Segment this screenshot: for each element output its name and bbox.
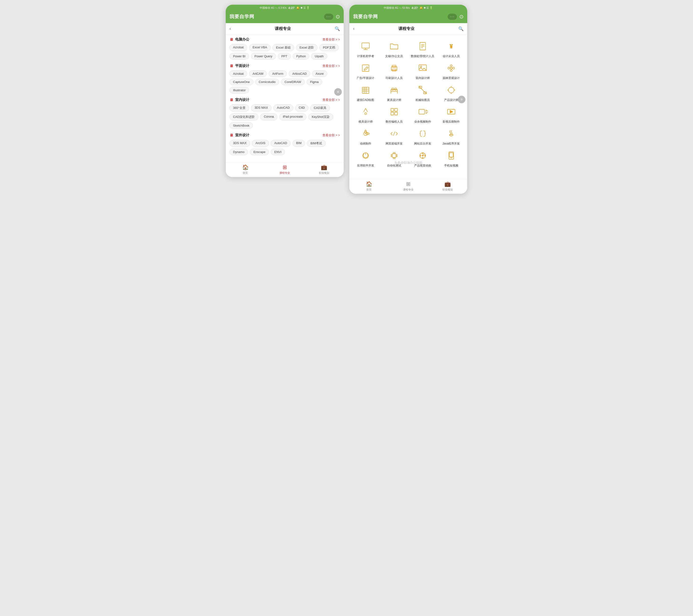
search-button-right[interactable]: 🔍 — [458, 26, 463, 32]
tag-Dynamo[interactable]: Dynamo — [230, 149, 248, 155]
grid-item-furniture-design[interactable]: 家具设计师 — [380, 82, 408, 104]
view-all-outdoor[interactable]: 查看全部 > > — [322, 133, 340, 138]
float-menu-right[interactable]: ≡ — [458, 96, 466, 103]
grid-item-auto-test[interactable]: 自动化测试 — [380, 148, 408, 169]
tag-CAD深化和进阶[interactable]: CAD深化和进阶 — [230, 114, 258, 121]
grid-item-animation[interactable]: 动画制作 — [351, 126, 380, 148]
grid-item-interior-design[interactable]: 室内设计师 — [408, 60, 437, 82]
grid-item-app-dev[interactable]: 应用软件开发 — [351, 148, 380, 169]
grid-item-arch-cad[interactable]: 建筑CAD绘图 — [351, 82, 380, 104]
svg-text:¥: ¥ — [450, 43, 453, 49]
tag-Acrobat[interactable]: Acrobat — [230, 70, 247, 77]
tag-ArtiosCAD[interactable]: ArtiosCAD — [289, 70, 310, 77]
grid-icon-java-dev — [445, 127, 457, 140]
grid-icon-video-amateur — [417, 106, 429, 118]
grid-icon-secretary — [388, 40, 400, 52]
svg-rect-49 — [392, 154, 396, 158]
grid-item-video-amateur[interactable]: 业余视频制作 — [408, 104, 437, 126]
grid-icon-video-post — [445, 106, 457, 118]
tag-CorelDRAW[interactable]: CorelDRAW — [281, 79, 304, 85]
tag-Acrobat[interactable]: Acrobat — [230, 44, 247, 51]
category-name-computer: 电脑办公 — [235, 37, 249, 42]
tag-Power-Query[interactable]: Power Query — [251, 53, 276, 59]
tag-CAD家具[interactable]: CAD家具 — [310, 104, 330, 111]
tag-Power-BI[interactable]: Power BI — [230, 53, 249, 59]
grid-item-cnc-program[interactable]: 数控编程人员 — [380, 104, 408, 126]
back-button-right[interactable]: ‹ — [353, 26, 355, 31]
float-menu-left[interactable]: ≡ — [334, 88, 342, 96]
tag-Comicstudio[interactable]: Comicstudio — [255, 79, 279, 85]
tag-ArtForm[interactable]: ArtForm — [269, 70, 287, 77]
tag-KeyShot渲染[interactable]: KeyShot渲染 — [308, 114, 333, 121]
tag-Corona[interactable]: Corona — [260, 114, 277, 121]
grid-item-garden-design[interactable]: 园林景观设计 — [437, 60, 466, 82]
grid-label-computer-beginner: 计算机初学者 — [357, 54, 374, 58]
grid-item-web-front[interactable]: 网页前端开发 — [380, 126, 408, 148]
search-button-left[interactable]: 🔍 — [335, 26, 340, 32]
tag-Uipath[interactable]: Uipath — [311, 53, 327, 59]
tag-CaptureOne[interactable]: CaptureOne — [230, 79, 253, 85]
tag-BIM考试[interactable]: BIM考试 — [307, 140, 325, 147]
grid-item-print-design[interactable]: 印刷设计人员 — [380, 60, 408, 82]
grid-item-computer-beginner[interactable]: 计算机初学者 — [351, 38, 380, 60]
grid-item-mech-draw[interactable]: 机械绘图员 — [408, 82, 437, 104]
tag-C4D[interactable]: C4D — [295, 104, 308, 111]
tag-iPad-procreate[interactable]: iPad procreate — [279, 114, 306, 121]
tag-ArcGIS[interactable]: ArcGIS — [252, 140, 269, 147]
tag-3DS-MAX[interactable]: 3DS MAX — [230, 140, 250, 147]
tag-Excel-进阶[interactable]: Excel 进阶 — [296, 44, 317, 51]
nav-item-home-left[interactable]: 🏠首页 — [226, 164, 265, 175]
svg-rect-36 — [391, 108, 394, 111]
grid-item-data-process[interactable]: 数据处理/统计人员 — [408, 38, 437, 60]
tag-3DS-MAX[interactable]: 3DS MAX — [251, 104, 272, 111]
grid-icon-auto-test — [388, 149, 400, 162]
header-actions-right: ··· ⊙ — [448, 14, 463, 20]
tag-360°全景[interactable]: 360°全景 — [230, 104, 249, 111]
battery-icons-right: 🔔 ✱ ☰ 🔋 — [420, 6, 433, 9]
tag-BIM[interactable]: BIM — [293, 140, 305, 147]
nav-icon-course-right: ⊞ — [406, 181, 411, 187]
nav-item-course-right[interactable]: ⊞课程专业 — [389, 181, 428, 191]
nav-item-home-right[interactable]: 🏠首页 — [349, 181, 389, 191]
nav-label-course-left: 课程专业 — [279, 171, 290, 175]
grid-item-video-post[interactable]: 影视后期制作 — [437, 104, 466, 126]
tag-AutoCAD[interactable]: AutoCAD — [271, 140, 291, 147]
tag-Excel-VBA[interactable]: Excel VBA — [249, 44, 271, 51]
back-button-left[interactable]: ‹ — [230, 26, 231, 31]
tag-Python[interactable]: Python — [293, 53, 309, 59]
nav-item-career-left[interactable]: 💼职业规划 — [304, 164, 344, 175]
grid-item-mobile-video[interactable]: 手机短视频 — [437, 148, 466, 169]
target-icon-right[interactable]: ⊙ — [459, 14, 463, 20]
tag-Illustrator[interactable]: Illustrator — [230, 87, 249, 94]
tag-ArtCAM[interactable]: ArtCAM — [249, 70, 267, 77]
view-all-design[interactable]: 查看全部 > > — [322, 64, 340, 68]
grid-item-web-back[interactable]: ; 网站后台开发 — [408, 126, 437, 148]
tag-PDF文档[interactable]: PDF文档 — [319, 44, 339, 51]
grid-item-visual-effect[interactable]: 产品视觉动效 — [408, 148, 437, 169]
tag-ENVI[interactable]: ENVI — [271, 149, 285, 155]
menu-dots-right[interactable]: ··· — [448, 14, 457, 20]
grid-item-accounting[interactable]: ¥ 会计从业人员 — [437, 38, 466, 60]
nav-item-career-right[interactable]: 💼职业规划 — [428, 181, 467, 191]
grid-item-ad-design[interactable]: 广告/平面设计 — [351, 60, 380, 82]
tag-SketchBook[interactable]: SketchBook — [230, 122, 253, 129]
nav-item-course-left[interactable]: ⊞课程专业 — [265, 164, 304, 175]
tag-AutoCAD[interactable]: AutoCAD — [273, 104, 293, 111]
tag-Figma[interactable]: Figma — [306, 79, 322, 85]
target-icon-left[interactable]: ⊙ — [336, 14, 340, 20]
menu-dots-left[interactable]: ··· — [324, 14, 333, 20]
grid-label-video-post: 影视后期制作 — [443, 120, 460, 124]
tag-Excel-基础[interactable]: Excel 基础 — [273, 44, 294, 51]
grid-label-mold-design: 模具设计师 — [358, 120, 373, 124]
view-all-interior[interactable]: 查看全部 > > — [322, 98, 340, 102]
view-all-computer[interactable]: 查看全部 > > — [322, 38, 340, 42]
grid-item-secretary[interactable]: 文秘/办公文员 — [380, 38, 408, 60]
grid-item-java-dev[interactable]: Java程序开发 — [437, 126, 466, 148]
grid-icon-animation — [359, 127, 372, 140]
tag-Enscape[interactable]: Enscape — [250, 149, 269, 155]
grid-item-mold-design[interactable]: 模具设计师 — [351, 104, 380, 126]
nav-label-home-left: 首页 — [243, 171, 248, 175]
svg-line-33 — [364, 108, 365, 112]
tag-Axure[interactable]: Axure — [312, 70, 327, 77]
tag-PPT[interactable]: PPT — [278, 53, 291, 59]
